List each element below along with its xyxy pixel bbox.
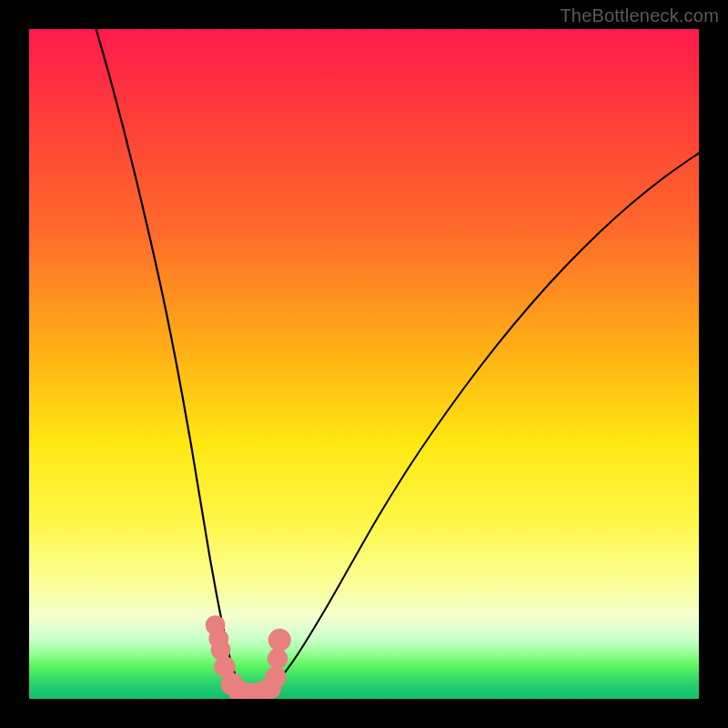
valley-markers [206, 615, 291, 699]
valley-marker-dot [265, 667, 286, 688]
curve-right-branch [250, 153, 699, 696]
curves-layer [29, 29, 699, 699]
plot-area [29, 29, 699, 699]
valley-marker-dot [268, 629, 291, 652]
curve-left-branch [96, 29, 278, 698]
chart-frame: TheBottleneck.com [0, 0, 728, 728]
valley-marker-dot [268, 649, 288, 670]
watermark-text: TheBottleneck.com [560, 5, 719, 26]
